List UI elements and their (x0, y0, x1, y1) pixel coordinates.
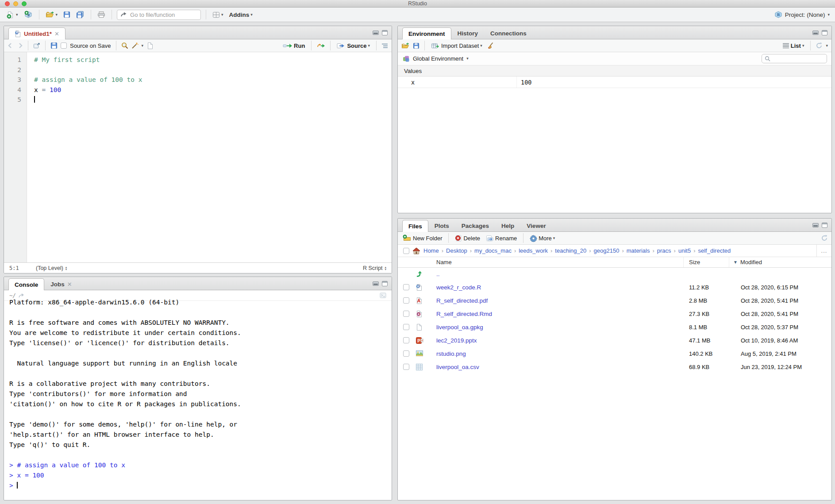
file-name-link[interactable]: R_self_directed.Rmd (436, 311, 492, 317)
save-workspace-icon[interactable] (413, 42, 419, 49)
run-button[interactable]: Run (281, 42, 306, 50)
file-type-selector[interactable]: R Script ▴▾ (363, 265, 386, 271)
more-button[interactable]: More ▾ (528, 234, 556, 243)
console-output[interactable]: Platform: x86_64-apple-darwin15.6.0 (64-… (4, 297, 392, 500)
tab-environment[interactable]: Environment (402, 27, 451, 39)
zoom-window-button[interactable] (22, 1, 27, 6)
print-button[interactable] (96, 10, 107, 19)
breadcrumb-item[interactable]: materials (627, 247, 650, 254)
code-editor[interactable]: 12345 # My first script # assign a value… (4, 52, 392, 262)
addins-button[interactable]: Addins▾ (228, 11, 254, 19)
file-checkbox[interactable] (403, 350, 409, 357)
file-name-link[interactable]: R_self_directed.pdf (436, 297, 488, 304)
file-name-link[interactable]: liverpool_oa.csv (436, 364, 479, 370)
global-environment-selector[interactable]: Global Environment (413, 55, 463, 62)
new-folder-button[interactable]: New Folder (401, 234, 443, 242)
file-row[interactable]: P lec2_2019.pptx 47.1 MB Oct 10, 2019, 8… (398, 334, 831, 347)
save-all-button[interactable] (75, 10, 86, 19)
file-checkbox[interactable] (403, 284, 409, 290)
close-window-button[interactable] (5, 1, 10, 6)
file-name-link[interactable]: rstudio.png (436, 350, 466, 357)
file-row[interactable]: rstudio.png 140.2 KB Aug 5, 2019, 2:41 P… (398, 347, 831, 361)
file-row[interactable]: R week2_r_code.R 11.2 KB Oct 28, 2020, 6… (398, 281, 831, 294)
file-name-link[interactable]: week2_r_code.R (436, 284, 481, 291)
select-all-checkbox[interactable] (403, 248, 409, 254)
file-row[interactable]: liverpool_oa.csv 68.9 KB Jun 23, 2019, 1… (398, 361, 831, 374)
file-checkbox[interactable] (403, 324, 409, 330)
list-view-button[interactable]: List ▾ (781, 42, 806, 50)
breadcrumb-item[interactable]: Home (423, 247, 439, 254)
maximize-pane-icon[interactable] (382, 30, 388, 35)
tab-connections[interactable]: Connections (484, 27, 533, 39)
file-row[interactable]: liverpool_oa.gpkg 8.1 MB Oct 28, 2020, 5… (398, 321, 831, 334)
new-project-button[interactable]: R (23, 10, 34, 19)
file-row[interactable]: R_self_directed.pdf 2.8 MB Oct 28, 2020,… (398, 294, 831, 308)
tab-plots[interactable]: Plots (428, 219, 455, 231)
file-checkbox[interactable] (403, 337, 409, 343)
file-checkbox[interactable] (403, 297, 409, 304)
console-prompt[interactable]: > (9, 481, 386, 491)
import-dataset-button[interactable]: Import Dataset ▾ (430, 42, 484, 50)
document-outline-icon[interactable] (381, 43, 388, 49)
environment-search-box[interactable] (762, 54, 827, 63)
refresh-icon[interactable] (816, 42, 823, 49)
breadcrumb-item[interactable]: leeds_work (519, 247, 548, 254)
clear-workspace-icon[interactable] (487, 42, 494, 49)
code-tools-icon[interactable] (131, 42, 139, 49)
minimize-pane-icon[interactable] (373, 31, 379, 35)
minimize-pane-icon[interactable] (812, 31, 819, 35)
maximize-pane-icon[interactable] (382, 281, 388, 286)
tab-console[interactable]: Console (8, 278, 44, 290)
goto-file-function-box[interactable] (117, 10, 201, 20)
find-icon[interactable] (121, 42, 128, 49)
breadcrumb-item[interactable]: geog2150 (594, 247, 620, 254)
column-header-size[interactable]: Size (689, 259, 700, 265)
popout-window-icon[interactable] (33, 42, 40, 49)
breadcrumb-item[interactable]: teaching_20 (555, 247, 586, 254)
breadcrumb-item[interactable]: my_docs_mac (474, 247, 512, 254)
load-workspace-icon[interactable] (401, 42, 410, 49)
home-icon[interactable] (412, 247, 420, 254)
breadcrumb-item[interactable]: pracs (657, 247, 671, 254)
maximize-pane-icon[interactable] (822, 223, 827, 228)
file-checkbox[interactable] (403, 311, 409, 317)
close-icon[interactable]: ✕ (67, 281, 72, 288)
breadcrumb-item[interactable]: self_directed (698, 247, 731, 254)
refresh-icon[interactable] (821, 235, 828, 242)
file-row[interactable]: R R_self_directed.Rmd 27.3 KB Oct 28, 20… (398, 308, 831, 321)
file-checkbox[interactable] (403, 364, 409, 370)
goto-file-function-input[interactable] (130, 12, 192, 18)
compile-report-icon[interactable] (146, 42, 153, 49)
scope-selector[interactable]: (Top Level) ▴▾ (36, 265, 67, 271)
file-name-link[interactable]: lec2_2019.pptx (436, 337, 477, 344)
breadcrumb-item[interactable]: unit5 (678, 247, 691, 254)
breadcrumb-overflow-button[interactable]: ... (816, 245, 831, 257)
parent-directory-row[interactable]: .. (398, 268, 831, 281)
panes-layout-button[interactable]: ▾ (211, 11, 225, 19)
minimize-pane-icon[interactable] (373, 281, 379, 286)
tab-viewer[interactable]: Viewer (520, 219, 552, 231)
minimize-window-button[interactable] (13, 1, 18, 6)
new-file-button[interactable]: ▾ (5, 10, 19, 19)
source-button[interactable]: Source▾ (335, 42, 371, 50)
rerun-icon[interactable] (316, 43, 325, 49)
breadcrumb-item[interactable]: Desktop (446, 247, 467, 254)
tab-help[interactable]: Help (495, 219, 520, 231)
delete-button[interactable]: Delete (454, 234, 481, 242)
forward-icon[interactable] (17, 43, 23, 48)
column-header-name[interactable]: Name (436, 259, 452, 265)
project-menu-button[interactable]: R Project: (None) ▾ (774, 11, 830, 18)
file-name-link[interactable]: liverpool_oa.gpkg (436, 324, 483, 331)
column-header-modified[interactable]: ▼ Modified (733, 259, 762, 265)
tab-packages[interactable]: Packages (455, 219, 495, 231)
environment-search-input[interactable] (772, 56, 832, 62)
tab-history[interactable]: History (451, 27, 485, 39)
rename-button[interactable]: Rename (485, 234, 518, 242)
source-on-save-checkbox[interactable] (61, 42, 67, 49)
open-file-button[interactable]: ▾ (44, 10, 59, 19)
close-icon[interactable]: ✕ (54, 31, 59, 37)
minimize-pane-icon[interactable] (812, 223, 819, 227)
environment-entry[interactable]: x100 (398, 77, 831, 88)
tab-files[interactable]: Files (402, 220, 428, 232)
tab-jobs[interactable]: Jobs ✕ (44, 278, 78, 290)
